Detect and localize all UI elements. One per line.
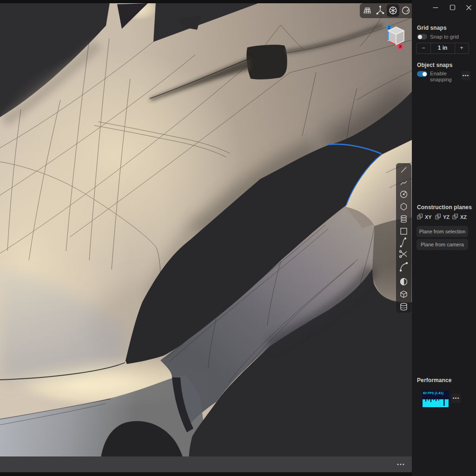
svg-text:60 FPS (1-61): 60 FPS (1-61) — [423, 391, 443, 395]
svg-text:X: X — [399, 44, 402, 49]
svg-text:YZ: YZ — [443, 214, 450, 220]
svg-text:XZ: XZ — [460, 214, 467, 220]
svg-text:Z: Z — [388, 25, 390, 30]
svg-text:XY: XY — [425, 214, 432, 220]
